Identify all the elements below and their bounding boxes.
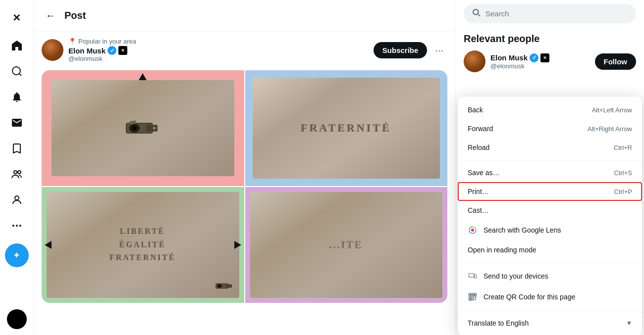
right-panel: Relevant people Elon Musk ✓ ✕ @elonmusk …: [456, 0, 644, 335]
author-name: Elon Musk: [68, 47, 106, 55]
menu-item-cast[interactable]: Cast…: [458, 201, 642, 220]
menu-cast-label: Cast…: [468, 206, 489, 214]
collage-cell-top-right: FRATERNITÉ: [245, 70, 448, 186]
menu-translate-label: Translate to English: [468, 319, 529, 327]
sidebar-item-messages[interactable]: [5, 111, 29, 135]
x-logo[interactable]: ✕: [5, 6, 29, 30]
svg-rect-27: [474, 294, 476, 296]
image-collage: FRATERNITÉ LIBERTÉ ÉGALITÉ FRATERNITÉ: [42, 70, 447, 303]
svg-rect-31: [475, 297, 476, 298]
sidebar-item-home[interactable]: [5, 34, 29, 57]
tweet-area: 📍 Popular in your area Elon Musk ✓ ✕ @el…: [34, 32, 455, 313]
relevant-people-title: Relevant people: [464, 33, 636, 45]
sidebar-avatar[interactable]: [7, 309, 27, 329]
person-handle: @elonmusk: [490, 62, 590, 70]
fraternite-text: FRATERNITÉ: [301, 121, 391, 136]
svg-point-10: [132, 126, 137, 130]
google-lens-icon: [468, 225, 478, 235]
qr-code-icon: [468, 292, 478, 302]
svg-line-19: [478, 14, 480, 16]
sidebar-item-notifications[interactable]: [5, 85, 29, 109]
collage-cell-bottom-left: LIBERTÉ ÉGALITÉ FRATERNITÉ: [42, 187, 244, 303]
sidebar-item-communities[interactable]: [5, 162, 29, 186]
menu-send-devices-left: Send to your devices: [468, 271, 548, 281]
relevant-people-section: Relevant people Elon Musk ✓ ✕ @elonmusk …: [456, 27, 644, 78]
sidebar-item-explore[interactable]: [5, 59, 29, 83]
svg-rect-32: [473, 299, 474, 300]
fraternite-bottom-text: FRATERNITÉ: [109, 252, 176, 263]
search-icon: [472, 8, 481, 19]
location-pin-icon: 📍: [68, 38, 76, 45]
post-title: Post: [64, 10, 86, 21]
person-verified-icon: ✓: [530, 53, 538, 62]
svg-rect-22: [469, 274, 475, 278]
verified-badge-icon: ✓: [107, 46, 116, 55]
svg-rect-17: [225, 285, 232, 288]
collage-cell-top-left: [42, 70, 244, 186]
menu-item-qr-code[interactable]: Create QR Code for this page: [458, 287, 642, 307]
arrow-right-icon: [234, 241, 241, 249]
partial-text: ...ITE: [329, 238, 363, 252]
menu-qr-label: Create QR Code for this page: [483, 293, 575, 301]
menu-divider-3: [458, 310, 642, 311]
person-name: Elon Musk: [490, 53, 528, 62]
author-info: 📍 Popular in your area Elon Musk ✓ ✕ @el…: [68, 38, 136, 62]
x-platform-badge-icon: ✕: [118, 46, 127, 55]
menu-save-as-shortcut: Ctrl+S: [614, 169, 632, 177]
menu-item-translate[interactable]: Translate to English ▼: [458, 314, 642, 333]
author-avatar[interactable]: [42, 39, 63, 61]
tweet-author-row: 📍 Popular in your area Elon Musk ✓ ✕ @el…: [42, 38, 447, 62]
menu-item-lens-left: Search with Google Lens: [468, 225, 561, 235]
menu-back-label: Back: [468, 106, 483, 114]
svg-point-21: [471, 229, 474, 232]
search-input-wrap[interactable]: [464, 4, 636, 23]
sidebar-item-profile[interactable]: [5, 188, 29, 212]
svg-rect-23: [474, 275, 477, 278]
person-row: Elon Musk ✓ ✕ @elonmusk Follow: [464, 50, 636, 72]
translate-chevron-icon: ▼: [626, 320, 632, 327]
person-x-badge-icon: ✕: [540, 53, 549, 62]
menu-item-send-devices[interactable]: Send to your devices: [458, 266, 642, 287]
sidebar-premium-button[interactable]: ✦: [5, 243, 29, 267]
tweet-author-left: 📍 Popular in your area Elon Musk ✓ ✕ @el…: [42, 38, 136, 62]
person-info: Elon Musk ✓ ✕ @elonmusk: [490, 53, 590, 70]
arrow-left-icon: [45, 241, 52, 249]
menu-forward-label: Forward: [468, 125, 493, 133]
person-avatar[interactable]: [464, 50, 485, 72]
sidebar-item-more[interactable]: [5, 214, 29, 238]
liberte-text: LIBERTÉ: [120, 226, 165, 237]
svg-point-7: [19, 225, 21, 227]
popular-label: 📍 Popular in your area: [68, 38, 136, 45]
sidebar-item-bookmarks[interactable]: [5, 137, 29, 160]
main-content: ← Post 📍 Popular in your area Elon Musk: [34, 0, 456, 335]
svg-rect-30: [473, 297, 474, 298]
menu-item-search-lens[interactable]: Search with Google Lens: [458, 220, 642, 240]
svg-point-18: [473, 9, 479, 15]
menu-save-as-label: Save as…: [468, 169, 500, 177]
menu-item-reload[interactable]: Reload Ctrl+R: [458, 138, 642, 157]
menu-item-back[interactable]: Back Alt+Left Arrow: [458, 100, 642, 119]
back-button[interactable]: ←: [42, 6, 59, 25]
subscribe-button[interactable]: Subscribe: [374, 42, 428, 58]
svg-point-12: [153, 127, 156, 129]
collage-cell-bottom-right: ...ITE: [245, 187, 448, 303]
author-handle: @elonmusk: [68, 55, 136, 62]
svg-rect-29: [470, 298, 472, 300]
more-options-button[interactable]: ···: [431, 43, 447, 58]
menu-forward-shortcut: Alt+Right Arrow: [588, 125, 632, 133]
svg-rect-25: [470, 294, 472, 296]
sidebar: ✕ ✦: [0, 0, 34, 335]
search-input[interactable]: [485, 9, 628, 18]
svg-point-3: [18, 171, 21, 174]
svg-point-2: [14, 171, 17, 174]
menu-reading-mode-label: Open in reading mode: [468, 246, 537, 254]
menu-item-forward[interactable]: Forward Alt+Right Arrow: [458, 119, 642, 138]
svg-line-1: [19, 74, 21, 76]
menu-reload-shortcut: Ctrl+R: [614, 144, 632, 151]
menu-item-reading-mode[interactable]: Open in reading mode: [458, 240, 642, 259]
menu-item-save-as[interactable]: Save as… Ctrl+S: [458, 163, 642, 182]
follow-button[interactable]: Follow: [595, 53, 637, 70]
menu-item-print[interactable]: Print… Ctrl+P: [458, 182, 642, 201]
svg-rect-11: [146, 125, 158, 131]
post-header: ← Post: [34, 0, 455, 32]
